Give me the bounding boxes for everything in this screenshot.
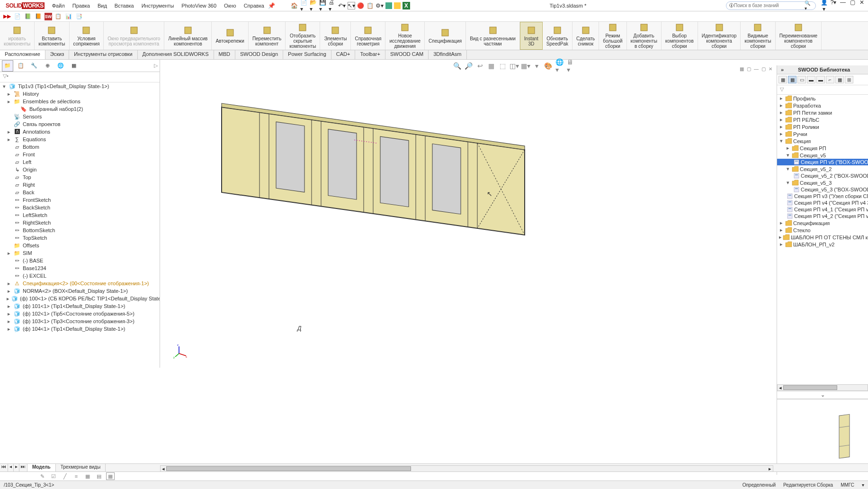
twist-icon[interactable]: ▸: [7, 99, 11, 105]
library-item[interactable]: ▸РП Петли замки: [777, 109, 868, 116]
menu-view[interactable]: Вид: [94, 3, 111, 9]
tree-item[interactable]: ✏TopSketch: [0, 234, 160, 242]
menu-edit[interactable]: Правка: [69, 3, 94, 9]
ribbon-8[interactable]: Элементы сборки: [320, 22, 351, 50]
rebuild-icon[interactable]: 🔴: [357, 2, 365, 9]
tree-item[interactable]: ✏FrontSketch: [0, 196, 160, 204]
menu-help[interactable]: Справка: [240, 3, 268, 9]
home-icon[interactable]: 🏠: [291, 2, 298, 9]
status-menu-icon[interactable]: ▾: [862, 482, 864, 488]
graphics-viewport[interactable]: 🔍 🔎 ↩ ▦ ⬚ ◫▾ ▦▾ ▾ 🎨 🌐▾ 🖥▾: [160, 60, 868, 368]
search-input[interactable]: [734, 3, 805, 8]
tree-item[interactable]: ▸📁Ensembles de sélections: [0, 98, 160, 105]
tree-item[interactable]: ▸📁SIM: [0, 249, 160, 257]
tree-item[interactable]: ▱Front: [0, 151, 160, 158]
st-icon-1[interactable]: ✎: [38, 472, 46, 480]
tree-item[interactable]: ✏BackSketch: [0, 204, 160, 211]
save-icon[interactable]: 💾▾: [319, 2, 327, 9]
settings-icon[interactable]: ⚙▾: [376, 2, 384, 9]
st-icon-7[interactable]: ▦: [106, 472, 115, 480]
library-item[interactable]: ▸Спецификация: [777, 219, 868, 226]
lib-twist-icon[interactable]: ▸: [779, 124, 784, 130]
ribbon-12[interactable]: Вид с разнесенными частями: [466, 22, 520, 50]
edit-appearance-icon[interactable]: ▾: [533, 62, 541, 70]
ribbon-16[interactable]: Режим большой сборки: [599, 22, 626, 50]
panel-expand-icon[interactable]: ▷: [154, 63, 158, 69]
ribbon-14[interactable]: Обновить SpeedPak: [543, 22, 573, 50]
ribbon-1[interactable]: Вставить компоненты: [35, 22, 69, 50]
minimize-button[interactable]: —: [839, 0, 847, 12]
vscroll-left-icon[interactable]: ◂: [161, 466, 166, 472]
cmdtab-swood-design[interactable]: SWOOD Design: [235, 50, 283, 59]
tree-item[interactable]: ▸🧊(ф) 103<1> (Tip3<Состояние отображения…: [0, 317, 160, 325]
cmdtab-swood-cam[interactable]: SWOOD CAM: [385, 50, 429, 59]
print-icon[interactable]: 🖨▾: [329, 2, 336, 9]
tb-icon-3[interactable]: 📙: [34, 12, 43, 21]
twist-icon[interactable]: ▸: [7, 250, 11, 256]
st-icon-3[interactable]: ╱: [61, 472, 69, 480]
motion-next-icon[interactable]: ▸: [14, 464, 19, 471]
vscroll-thumb[interactable]: [166, 466, 411, 471]
hscroll-thumb[interactable]: [783, 385, 837, 390]
twist-icon[interactable]: ▸: [7, 288, 11, 294]
lib-twist-icon[interactable]: ▸: [779, 109, 784, 116]
child-maximize-button[interactable]: ▢: [761, 66, 767, 72]
tree-item[interactable]: ▸∑Equations: [0, 136, 160, 143]
ribbon-19[interactable]: Идентификатор компонента сборки: [698, 22, 741, 50]
tree-item[interactable]: ▸🧊NORMA<2> (BOX<Default_Display State-1>…: [0, 287, 160, 295]
tree-item[interactable]: ✏BottomSketch: [0, 226, 160, 234]
motion-first-icon[interactable]: ⏮: [0, 464, 8, 471]
feature-tree-tab-icon[interactable]: 📁: [2, 60, 13, 72]
lib-twist-icon[interactable]: ▸: [779, 220, 784, 226]
tree-item[interactable]: 🔗Связь проектов: [0, 120, 160, 128]
property-tab-icon[interactable]: 🔧: [28, 60, 40, 72]
library-item[interactable]: ▸Секция РП: [777, 145, 868, 152]
color1-icon[interactable]: [385, 2, 392, 9]
cmdtab--[interactable]: Эскиз: [45, 50, 69, 59]
lib-twist-icon[interactable]: ▾: [786, 152, 790, 158]
library-item[interactable]: ▸РП РЕЛЬС: [777, 116, 868, 123]
appearance-tab-icon[interactable]: 🌐: [55, 60, 66, 72]
menu-photoview[interactable]: PhotoView 360: [178, 3, 220, 9]
search-box[interactable]: 🛈 🔍▾: [726, 1, 816, 10]
lib-twist-icon[interactable]: ▾: [779, 138, 784, 144]
open-icon[interactable]: 📂▾: [310, 2, 317, 9]
menu-window[interactable]: Окно: [220, 3, 240, 9]
close-button[interactable]: ✕: [858, 0, 866, 12]
select-icon[interactable]: ↖▾: [348, 2, 355, 9]
ribbon-17[interactable]: Добавить компоненты в сборку: [627, 22, 662, 50]
undo-icon[interactable]: ↶▾: [338, 2, 346, 9]
tree-item[interactable]: ▸🅰Annotations: [0, 128, 160, 136]
vscroll-right-icon[interactable]: ▸: [767, 466, 773, 472]
cmdtab-mbd[interactable]: MBD: [214, 50, 235, 59]
tb-icon-1[interactable]: 📄: [13, 12, 22, 21]
maximize-button[interactable]: ▢: [848, 0, 857, 12]
excel-icon[interactable]: X: [403, 2, 410, 9]
library-item[interactable]: Секция_v5_3 ("BOX-SWOOD: [777, 186, 868, 193]
hide-show-icon[interactable]: ▦▾: [521, 62, 530, 70]
tree-filter-bar[interactable]: ▽•: [0, 72, 160, 82]
st-icon-6[interactable]: ▤: [95, 472, 103, 480]
tree-item[interactable]: ▸🧊(ф) 102<1> (Tip5<Состояние отображения…: [0, 310, 160, 317]
library-item[interactable]: ▸РП Ролики: [777, 123, 868, 130]
library-item[interactable]: ▸Разработка: [777, 102, 868, 109]
library-item[interactable]: ▸ШАБЛОН_РП_v2: [777, 241, 868, 248]
tb-icon-4[interactable]: SW: [45, 13, 52, 20]
st-icon-2[interactable]: ☑: [49, 472, 58, 480]
tb-icon-2[interactable]: 📗: [24, 12, 32, 21]
child-layout-icon[interactable]: ▦: [739, 66, 745, 72]
config-tab-icon[interactable]: 📋: [15, 60, 27, 72]
library-item[interactable]: ▾Секция: [777, 137, 868, 145]
tree-item[interactable]: ▸🧊(ф) 100<1> (СБ КОРОБ РЕЛЬС TIP1<Defaul…: [0, 295, 160, 302]
preview-thumbnail[interactable]: [837, 414, 854, 461]
lib-icon-7[interactable]: ▦: [835, 76, 844, 83]
lib-icon-1[interactable]: ▦: [779, 76, 787, 83]
twist-icon[interactable]: ▸: [7, 136, 11, 143]
apply-scene-icon[interactable]: 🎨: [544, 62, 553, 70]
tree-item[interactable]: ▸🧊(ф) 101<1> (Tip1<Default_Display State…: [0, 302, 160, 310]
lib-twist-icon[interactable]: ▸: [779, 227, 784, 233]
twist-icon[interactable]: ▸: [7, 281, 11, 287]
lib-twist-icon[interactable]: ▸: [779, 117, 784, 123]
cmdtab-3dfinditasm[interactable]: 3DfinditAsm: [429, 50, 466, 59]
tab-3dviews[interactable]: Трехмерные виды: [56, 464, 106, 471]
